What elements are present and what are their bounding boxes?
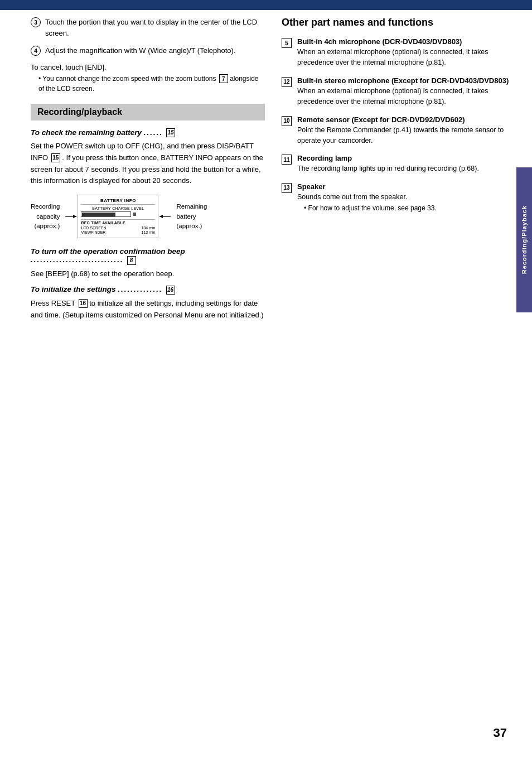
circle-item-4: 4 Adjust the magnification with W (Wide … bbox=[31, 45, 265, 56]
right-item-13: 13 Speaker Sounds come out from the spea… bbox=[282, 182, 516, 212]
circle-num-4: 4 bbox=[31, 46, 41, 56]
right-item-num-10: 10 bbox=[282, 116, 292, 126]
top-bar bbox=[0, 0, 532, 10]
battery-body-box-num: 15 bbox=[51, 153, 60, 162]
bullet-box-num: 7 bbox=[219, 74, 228, 83]
bullet-main-text: You cannot change the zoom speed with th… bbox=[42, 75, 216, 83]
page-container: Recording/Playback 37 3 Touch the portio… bbox=[0, 0, 532, 757]
battery-info-title: BATTERY INFO bbox=[81, 198, 155, 205]
battery-bar-inner bbox=[82, 213, 115, 216]
right-item-num-12: 12 bbox=[282, 77, 292, 87]
circle-item-3: 3 Touch the portion that you want to dis… bbox=[31, 17, 265, 38]
subsection-beep: To turn off the operation confirmation b… bbox=[31, 247, 265, 279]
right-item-bullet-13: • For how to adjust the volume, see page… bbox=[297, 204, 516, 212]
cancel-text: To cancel, touch [END]. bbox=[31, 63, 265, 71]
right-item-body-5: When an external microphone (optional) i… bbox=[297, 47, 516, 69]
beep-body: See [BEEP] (p.68) to set the operation b… bbox=[31, 268, 265, 280]
battery-box-num: 15 bbox=[166, 128, 175, 137]
right-item-12: 12 Built-in stereo microphone (Except fo… bbox=[282, 76, 516, 108]
right-item-content-5: Built-in 4ch microphone (DCR-DVD403/DVD8… bbox=[297, 37, 516, 69]
subsection-initialize: To initialize the settings .............… bbox=[31, 285, 265, 321]
rec-time-label: REC TIME AVAILABLE bbox=[81, 221, 155, 225]
left-column: 3 Touch the portion that you want to dis… bbox=[31, 17, 265, 326]
battery-bar bbox=[81, 211, 155, 217]
initialize-box-num: 16 bbox=[166, 286, 175, 295]
right-item-title-12: Built-in stereo microphone (Except for D… bbox=[297, 76, 516, 85]
circle-item-4-text: Adjust the magnification with W (Wide an… bbox=[45, 45, 236, 56]
right-item-title-5: Built-in 4ch microphone (DCR-DVD403/DVD8… bbox=[297, 37, 516, 46]
right-item-body-12: When an external microphone (optional) i… bbox=[297, 86, 516, 108]
diagram-label-left: Recording capacity (approx.) bbox=[31, 202, 60, 231]
right-item-num-11: 11 bbox=[282, 155, 292, 165]
right-item-content-11: Recording lamp The recording lamp lights… bbox=[297, 154, 516, 174]
subsection-battery: To check the remaining battery ...... 15… bbox=[31, 128, 265, 239]
circle-item-3-text: Touch the portion that you want to displ… bbox=[45, 17, 265, 38]
battery-small-box bbox=[133, 213, 136, 216]
right-item-title-10: Remote sensor (Except for DCR-DVD92/DVD6… bbox=[297, 115, 516, 124]
battery-charge-label: BATTERY CHARGE LEVEL bbox=[81, 206, 155, 210]
right-item-body-13: Sounds come out from the speaker. bbox=[297, 192, 516, 202]
speaker-bullet-text: For how to adjust the volume, see page 3… bbox=[308, 204, 437, 212]
right-item-content-13: Speaker Sounds come out from the speaker… bbox=[297, 182, 516, 212]
battery-body: Set the POWER switch up to OFF (CHG), an… bbox=[31, 141, 265, 187]
battery-bar-outer bbox=[81, 211, 131, 217]
right-item-body-11: The recording lamp lights up in red duri… bbox=[297, 163, 516, 174]
subsection-beep-title: To turn off the operation confirmation b… bbox=[31, 247, 265, 264]
rec-time-section: REC TIME AVAILABLE LCD SCREEN 104 min VI… bbox=[81, 219, 155, 234]
subsection-initialize-title: To initialize the settings .............… bbox=[31, 285, 265, 294]
right-item-num-13: 13 bbox=[282, 183, 292, 193]
side-tab-text: Recording/Playback bbox=[521, 205, 528, 274]
initialize-body: Press RESET 16 to initialize all the set… bbox=[31, 298, 265, 321]
right-item-10: 10 Remote sensor (Except for DCR-DVD92/D… bbox=[282, 115, 516, 147]
bullet-symbol-13: • bbox=[304, 204, 308, 212]
right-item-title-13: Speaker bbox=[297, 182, 516, 191]
bullet-text: • You cannot change the zoom speed with … bbox=[31, 74, 265, 94]
beep-box-num: 8 bbox=[127, 256, 136, 265]
subsection-battery-title: To check the remaining battery ...... 15 bbox=[31, 128, 265, 137]
rec-time-row-1: LCD SCREEN 104 min bbox=[81, 226, 155, 230]
battery-diagram: Recording capacity (approx.) BATTERY INF… bbox=[31, 195, 265, 238]
rec-time-row-2: VIEWFINDER 113 min bbox=[81, 230, 155, 234]
circle-num-3: 3 bbox=[31, 17, 41, 27]
section-title-large: Other part names and functions bbox=[282, 17, 516, 28]
battery-info-box: BATTERY INFO BATTERY CHARGE LEVEL REC TI… bbox=[78, 195, 158, 238]
diagram-label-right: Remaining battery (approx.) bbox=[176, 202, 207, 231]
right-item-11: 11 Recording lamp The recording lamp lig… bbox=[282, 154, 516, 174]
right-item-content-10: Remote sensor (Except for DCR-DVD92/DVD6… bbox=[297, 115, 516, 147]
right-item-body-10: Point the Remote Commander (p.41) toward… bbox=[297, 125, 516, 147]
page-number: 37 bbox=[494, 726, 507, 740]
right-item-title-11: Recording lamp bbox=[297, 154, 516, 162]
right-item-content-12: Built-in stereo microphone (Except for D… bbox=[297, 76, 516, 108]
right-item-5: 5 Built-in 4ch microphone (DCR-DVD403/DV… bbox=[282, 37, 516, 69]
right-column: Other part names and functions 5 Built-i… bbox=[282, 17, 516, 220]
side-tab: Recording/Playback bbox=[516, 167, 532, 312]
initialize-body-box-num: 16 bbox=[79, 299, 88, 308]
right-item-num-5: 5 bbox=[282, 38, 292, 48]
section-header: Recording/playback bbox=[31, 104, 265, 120]
content-area: 3 Touch the portion that you want to dis… bbox=[31, 17, 501, 724]
